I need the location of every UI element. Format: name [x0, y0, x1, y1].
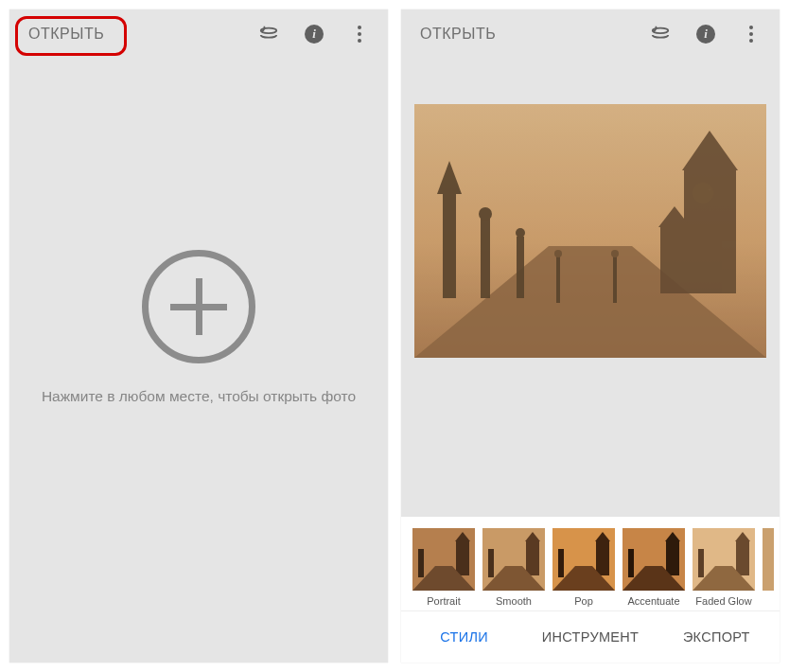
- screen-empty: ОТКРЫТЬ i Нажмите: [9, 9, 388, 663]
- screen-editor: ОТКРЫТЬ i: [401, 9, 780, 663]
- style-label: Accentuate: [622, 595, 685, 607]
- style-thumbnails: Portrait Smooth Pop Accentuate Faded Glo: [401, 517, 780, 611]
- more-icon[interactable]: [732, 15, 770, 53]
- empty-state[interactable]: Нажмите в любом месте, чтобы открыть фот…: [9, 59, 388, 663]
- info-icon[interactable]: i: [295, 15, 333, 53]
- open-button[interactable]: ОТКРЫТЬ: [25, 20, 108, 48]
- svg-rect-43: [763, 528, 774, 591]
- svg-rect-39: [736, 541, 749, 575]
- svg-rect-31: [558, 549, 564, 577]
- plus-icon: [170, 278, 227, 335]
- style-thumb[interactable]: Faded Glow: [693, 528, 755, 607]
- topbar: ОТКРЫТЬ i: [401, 9, 780, 59]
- topbar: ОТКРЫТЬ i: [9, 9, 388, 59]
- style-label: Smooth: [482, 595, 545, 607]
- tab-export[interactable]: ЭКСПОРТ: [654, 611, 780, 663]
- svg-rect-19: [456, 541, 469, 575]
- svg-rect-24: [526, 541, 539, 575]
- style-thumb[interactable]: Portrait: [412, 528, 475, 607]
- style-label: Pop: [552, 595, 615, 607]
- layers-icon[interactable]: [250, 15, 288, 53]
- svg-rect-21: [418, 549, 424, 577]
- style-label: Portrait: [412, 595, 475, 607]
- tab-styles[interactable]: СТИЛИ: [401, 611, 527, 663]
- bottom-panel: Portrait Smooth Pop Accentuate Faded Glo: [401, 517, 780, 663]
- add-photo-button[interactable]: [142, 250, 255, 363]
- tabs: СТИЛИ ИНСТРУМЕНТ ЭКСПОРТ: [401, 611, 780, 663]
- svg-rect-29: [596, 541, 609, 575]
- style-label: Faded Glow: [693, 595, 755, 607]
- style-thumb[interactable]: Accentuate: [622, 528, 685, 607]
- svg-rect-17: [414, 104, 766, 358]
- svg-rect-26: [488, 549, 494, 577]
- layers-icon[interactable]: [641, 15, 679, 53]
- svg-rect-34: [666, 541, 679, 575]
- tab-tools[interactable]: ИНСТРУМЕНТ: [527, 611, 653, 663]
- more-icon[interactable]: [341, 15, 378, 53]
- empty-hint: Нажмите в любом месте, чтобы открыть фот…: [36, 388, 361, 405]
- info-icon[interactable]: i: [687, 15, 725, 53]
- svg-rect-36: [628, 549, 634, 577]
- style-thumb-partial[interactable]: [763, 528, 774, 607]
- main-image[interactable]: [414, 104, 766, 358]
- style-thumb[interactable]: Smooth: [482, 528, 545, 607]
- style-thumb[interactable]: Pop: [552, 528, 615, 607]
- svg-rect-41: [698, 549, 704, 577]
- open-button[interactable]: ОТКРЫТЬ: [416, 20, 500, 48]
